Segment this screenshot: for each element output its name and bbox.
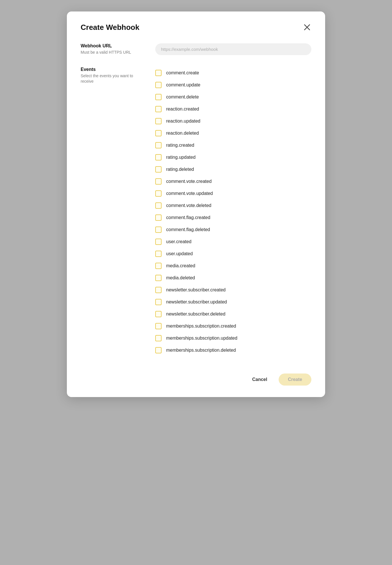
- event-item: comment.vote.deleted: [155, 200, 311, 212]
- event-item: memberships.subscription.deleted: [155, 344, 311, 356]
- event-item: user.updated: [155, 248, 311, 260]
- event-checkbox-newsletter.subscriber.updated[interactable]: [155, 299, 162, 305]
- event-label-media.deleted: media.deleted: [166, 275, 195, 280]
- event-checkbox-comment.flag.deleted[interactable]: [155, 227, 162, 233]
- event-checkbox-label-media.created[interactable]: [155, 263, 162, 269]
- event-item: media.created: [155, 260, 311, 272]
- cancel-button[interactable]: Cancel: [247, 374, 273, 385]
- events-section: Events Select the events you want to rec…: [81, 67, 311, 356]
- event-checkbox-comment.flag.created[interactable]: [155, 214, 162, 221]
- event-checkbox-newsletter.subscriber.created[interactable]: [155, 287, 162, 293]
- event-checkbox-rating.updated[interactable]: [155, 154, 162, 160]
- events-list: comment.createcomment.updatecomment.dele…: [155, 67, 311, 356]
- event-checkbox-label-rating.updated[interactable]: [155, 154, 162, 160]
- event-checkbox-label-memberships.subscription.created[interactable]: [155, 323, 162, 329]
- event-checkbox-media.deleted[interactable]: [155, 275, 162, 281]
- event-item: newsletter.subscriber.created: [155, 284, 311, 296]
- webhook-url-label-col: Webhook URL Must be a valid HTTPS URL: [81, 43, 144, 55]
- modal-footer: Cancel Create: [81, 368, 311, 386]
- event-checkbox-label-comment.create[interactable]: [155, 70, 162, 76]
- event-item: comment.update: [155, 79, 311, 91]
- event-checkbox-label-comment.vote.updated[interactable]: [155, 190, 162, 197]
- event-label-comment.vote.created: comment.vote.created: [166, 179, 211, 184]
- event-item: comment.create: [155, 67, 311, 79]
- event-label-user.updated: user.updated: [166, 251, 193, 256]
- event-checkbox-comment.vote.deleted[interactable]: [155, 202, 162, 209]
- event-checkbox-comment.update[interactable]: [155, 82, 162, 88]
- event-item: comment.flag.created: [155, 212, 311, 224]
- event-item: memberships.subscription.created: [155, 320, 311, 332]
- event-checkbox-label-rating.deleted[interactable]: [155, 166, 162, 173]
- event-checkbox-label-reaction.updated[interactable]: [155, 118, 162, 124]
- webhook-url-input[interactable]: [155, 43, 311, 55]
- events-label-col: Events Select the events you want to rec…: [81, 67, 144, 84]
- event-checkbox-memberships.subscription.updated[interactable]: [155, 335, 162, 341]
- event-label-user.created: user.created: [166, 239, 191, 244]
- event-checkbox-label-newsletter.subscriber.updated[interactable]: [155, 299, 162, 305]
- event-label-newsletter.subscriber.deleted: newsletter.subscriber.deleted: [166, 311, 225, 317]
- modal-title: Create Webhook: [81, 23, 139, 32]
- event-checkbox-label-comment.vote.deleted[interactable]: [155, 202, 162, 209]
- event-label-media.created: media.created: [166, 263, 195, 268]
- event-checkbox-newsletter.subscriber.deleted[interactable]: [155, 311, 162, 317]
- event-label-memberships.subscription.deleted: memberships.subscription.deleted: [166, 348, 236, 353]
- event-checkbox-reaction.updated[interactable]: [155, 118, 162, 124]
- event-checkbox-label-rating.created[interactable]: [155, 142, 162, 148]
- event-label-reaction.updated: reaction.updated: [166, 119, 200, 124]
- event-checkbox-label-comment.update[interactable]: [155, 82, 162, 88]
- event-label-rating.updated: rating.updated: [166, 155, 195, 160]
- event-checkbox-user.created[interactable]: [155, 239, 162, 245]
- event-checkbox-user.updated[interactable]: [155, 251, 162, 257]
- event-item: reaction.deleted: [155, 127, 311, 139]
- event-item: reaction.updated: [155, 115, 311, 127]
- event-label-comment.update: comment.update: [166, 82, 200, 88]
- event-item: reaction.created: [155, 103, 311, 115]
- event-checkbox-reaction.created[interactable]: [155, 106, 162, 112]
- event-checkbox-label-comment.flag.deleted[interactable]: [155, 227, 162, 233]
- event-checkbox-rating.deleted[interactable]: [155, 166, 162, 173]
- event-label-reaction.deleted: reaction.deleted: [166, 131, 199, 136]
- modal-overlay: Create Webhook Webhook URL Must be a val…: [67, 11, 325, 397]
- event-checkbox-memberships.subscription.deleted[interactable]: [155, 347, 162, 353]
- event-label-rating.created: rating.created: [166, 143, 194, 148]
- event-checkbox-label-memberships.subscription.updated[interactable]: [155, 335, 162, 341]
- event-item: newsletter.subscriber.deleted: [155, 308, 311, 320]
- event-checkbox-memberships.subscription.created[interactable]: [155, 323, 162, 329]
- event-item: comment.flag.deleted: [155, 224, 311, 236]
- close-button[interactable]: [303, 23, 311, 32]
- event-checkbox-media.created[interactable]: [155, 263, 162, 269]
- event-checkbox-label-comment.delete[interactable]: [155, 94, 162, 100]
- event-checkbox-comment.create[interactable]: [155, 70, 162, 76]
- event-checkbox-label-user.updated[interactable]: [155, 251, 162, 257]
- event-label-reaction.created: reaction.created: [166, 107, 199, 112]
- event-item: comment.delete: [155, 91, 311, 103]
- modal-header: Create Webhook: [81, 23, 311, 32]
- event-checkbox-label-reaction.deleted[interactable]: [155, 130, 162, 136]
- event-checkbox-label-memberships.subscription.deleted[interactable]: [155, 347, 162, 353]
- event-checkbox-label-media.deleted[interactable]: [155, 275, 162, 281]
- event-checkbox-comment.vote.updated[interactable]: [155, 190, 162, 197]
- event-label-rating.deleted: rating.deleted: [166, 167, 194, 172]
- webhook-url-description: Must be a valid HTTPS URL: [81, 50, 144, 55]
- event-checkbox-rating.created[interactable]: [155, 142, 162, 148]
- event-item: rating.created: [155, 139, 311, 151]
- event-label-comment.vote.updated: comment.vote.updated: [166, 191, 213, 196]
- event-label-newsletter.subscriber.updated: newsletter.subscriber.updated: [166, 299, 227, 305]
- event-checkbox-label-newsletter.subscriber.created[interactable]: [155, 287, 162, 293]
- event-checkbox-comment.delete[interactable]: [155, 94, 162, 100]
- event-item: media.deleted: [155, 272, 311, 284]
- event-checkbox-label-comment.flag.created[interactable]: [155, 214, 162, 221]
- events-description: Select the events you want to receive: [81, 73, 144, 84]
- event-checkbox-label-reaction.created[interactable]: [155, 106, 162, 112]
- event-checkbox-comment.vote.created[interactable]: [155, 178, 162, 185]
- event-label-memberships.subscription.updated: memberships.subscription.updated: [166, 336, 237, 341]
- event-label-comment.flag.created: comment.flag.created: [166, 215, 210, 220]
- event-checkbox-label-comment.vote.created[interactable]: [155, 178, 162, 185]
- event-checkbox-label-newsletter.subscriber.deleted[interactable]: [155, 311, 162, 317]
- create-button[interactable]: Create: [279, 374, 311, 386]
- event-checkbox-reaction.deleted[interactable]: [155, 130, 162, 136]
- event-label-comment.flag.deleted: comment.flag.deleted: [166, 227, 210, 232]
- webhook-url-input-col: [155, 43, 311, 55]
- create-webhook-modal: Create Webhook Webhook URL Must be a val…: [67, 11, 325, 397]
- event-checkbox-label-user.created[interactable]: [155, 239, 162, 245]
